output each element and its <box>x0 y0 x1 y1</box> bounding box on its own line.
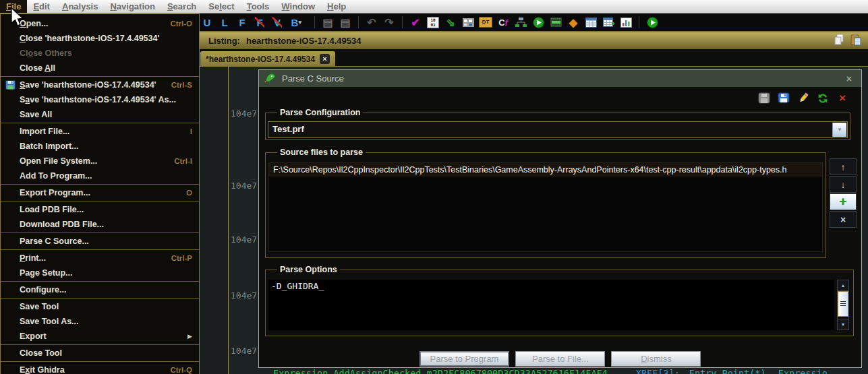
menu-item-parse-c-source[interactable]: Parse C Source... <box>1 234 199 249</box>
memory-icon[interactable] <box>549 15 562 30</box>
move-down-button[interactable]: ↓ <box>830 176 857 193</box>
menubar-item-tools[interactable]: Tools <box>241 0 276 13</box>
chart-icon[interactable] <box>619 15 633 30</box>
add-file-button[interactable]: + <box>830 193 857 210</box>
variable-off-icon[interactable]: V <box>270 15 284 30</box>
menu-item-page-setup[interactable]: Page Setup... <box>1 266 199 280</box>
snapshot-copy-icon[interactable] <box>834 34 844 49</box>
undo-icon[interactable]: ↶ <box>365 15 378 30</box>
move-up-button[interactable]: ↑ <box>830 158 857 175</box>
parse-options-scrollbar[interactable]: ▲ ▼ <box>837 280 849 330</box>
menubar-item-analysis[interactable]: Analysis <box>56 0 104 13</box>
menu-item-open[interactable]: Open...Ctrl-O <box>1 16 199 31</box>
tab-hearthstone[interactable]: *hearthstone-iOS-17.4.49534 × <box>200 51 335 67</box>
bytes-view-icon[interactable]: 1001 <box>426 15 440 30</box>
menu-shortcut: O <box>186 189 192 197</box>
menu-item-import-file[interactable]: Import File...I <box>1 124 199 139</box>
menu-item-load-pdb-file[interactable]: Load PDB File... <box>1 202 199 217</box>
menu-item-export-program[interactable]: Export Program...O <box>1 185 199 200</box>
clone-window-icon[interactable] <box>850 34 861 49</box>
toolbar-separator <box>639 16 639 28</box>
scroll-up-icon[interactable]: ▲ <box>838 280 848 291</box>
menubar-item-help[interactable]: Help <box>321 0 352 13</box>
symbol-tree-icon[interactable] <box>514 15 527 30</box>
parse-options-textarea[interactable]: -D_GHIDRA_ <box>268 280 834 330</box>
save-profile-icon[interactable] <box>757 92 771 104</box>
menu-item-batch-import[interactable]: Batch Import... <box>1 139 199 154</box>
ghidra-window: Listing: hearthstone-iOS-17.4.49534 *hea… <box>0 0 868 374</box>
menu-separator <box>1 361 199 362</box>
source-files-group: Source files to parse F:\Source\Repos\Il… <box>265 148 826 258</box>
menu-item-save-hearthstone-ios-17-4-49534-as[interactable]: Save 'hearthstone-iOS-17.4.49534' As... <box>1 92 199 107</box>
data-type-manager-icon[interactable]: DT <box>479 15 492 30</box>
function-format-icon[interactable]: F <box>235 15 249 30</box>
dialog-close-icon[interactable]: × <box>846 73 852 84</box>
menu-item-label: Batch Import... <box>20 142 192 151</box>
menu-item-save-tool[interactable]: Save Tool <box>1 299 199 314</box>
underline-format-icon[interactable]: U <box>200 15 214 30</box>
save-profile-as-icon[interactable] <box>777 92 790 104</box>
menu-item-configure[interactable]: Configure... <box>1 282 199 297</box>
page-back-icon[interactable]: ▤ <box>321 15 335 30</box>
function-off-icon[interactable]: F <box>253 15 266 30</box>
menu-item-open-file-system[interactable]: Open File System...Ctrl-I <box>1 154 199 168</box>
run-icon[interactable] <box>645 15 659 30</box>
script-manager-icon[interactable] <box>531 15 545 30</box>
menu-item-export[interactable]: Export▶ <box>1 329 199 344</box>
menu-item-label: Close Tool <box>20 348 192 358</box>
menubar-item-navigation[interactable]: Navigation <box>104 0 161 13</box>
byte-format-icon[interactable]: B▾ <box>288 15 308 30</box>
table-add-icon[interactable] <box>602 15 615 30</box>
menu-item-label: Export Program... <box>20 188 178 197</box>
menu-item-label: Parse C Source... <box>20 237 192 246</box>
menu-item-label: Add To Program... <box>20 171 192 181</box>
parse-to-program-button[interactable]: Parse to Program <box>419 351 510 367</box>
delete-profile-icon[interactable]: × <box>836 92 849 104</box>
table-view-icon[interactable] <box>584 15 598 30</box>
scroll-down-icon[interactable]: ▼ <box>838 319 848 330</box>
menu-item-save-all[interactable]: Save All <box>1 107 199 122</box>
clear-profile-icon[interactable] <box>797 92 810 104</box>
menu-separator <box>1 344 199 345</box>
scrollbar-thumb[interactable] <box>838 291 848 317</box>
redo-icon[interactable]: ↷ <box>382 15 396 30</box>
menu-item-save-tool-as[interactable]: Save Tool As... <box>1 314 199 329</box>
page-forward-icon[interactable]: ▤ <box>339 15 352 30</box>
refresh-profile-icon[interactable] <box>816 92 830 104</box>
menubar-item-window[interactable]: Window <box>275 0 321 13</box>
menubar-item-search[interactable]: Search <box>161 0 202 13</box>
source-files-list[interactable]: F:\Source\Repos\Il2CppInspector\Il2CppTe… <box>268 162 823 252</box>
menu-item-close-tool[interactable]: Close Tool <box>1 346 199 361</box>
remove-file-button[interactable]: × <box>830 211 857 228</box>
validate-icon[interactable]: ✔ <box>409 15 422 30</box>
menu-item-print[interactable]: Print...Ctrl-P <box>1 251 199 266</box>
parse-configuration-combobox[interactable]: Test.prf ▼ <box>268 121 848 138</box>
menubar-item-select[interactable]: Select <box>202 0 240 13</box>
menu-item-close-all[interactable]: Close All <box>1 61 199 75</box>
tab-close-icon[interactable]: × <box>320 54 330 64</box>
menu-item-exit-ghidra[interactable]: Exit GhidraCtrl-Q <box>1 363 199 374</box>
xref-label: XREF[3]: <box>636 368 680 374</box>
menu-item-add-to-program[interactable]: Add To Program... <box>1 168 199 183</box>
menu-separator <box>1 232 199 233</box>
menu-item-close-hearthstone-ios-17-4-49534[interactable]: Close 'hearthstone-iOS-17.4.49534' <box>1 31 199 46</box>
dismiss-button[interactable]: Dismiss <box>611 351 701 367</box>
dropdown-caret-icon[interactable]: ▾ <box>298 19 305 26</box>
disassemble-icon[interactable]: ⇘ <box>444 15 457 30</box>
address-label: 104e7 <box>231 108 257 119</box>
listing-code-line: Expression_AddAssignChecked_m2D2FC806780… <box>273 368 828 374</box>
menubar-item-edit[interactable]: Edit <box>27 0 56 13</box>
parse-to-file-button[interactable]: Parse to File... <box>515 351 605 367</box>
c-function-icon[interactable]: Cf <box>496 15 510 30</box>
combo-dropdown-icon[interactable]: ▼ <box>832 123 846 137</box>
bookmark-icon[interactable]: ◆ <box>567 15 580 30</box>
memory-map-icon[interactable] <box>461 15 475 30</box>
menu-item-download-pdb-file[interactable]: Download PDB File... <box>1 217 199 232</box>
menu-item-label: Close 'hearthstone-iOS-17.4.49534' <box>20 34 192 43</box>
mouse-cursor <box>9 7 26 30</box>
dialog-titlebar[interactable]: Parse C Source × <box>259 70 861 87</box>
menu-item-close-others: Close Others <box>1 46 199 61</box>
source-file-row[interactable]: F:\Source\Repos\Il2CppInspector\Il2CppTe… <box>269 163 822 177</box>
label-format-icon[interactable]: L <box>218 15 231 30</box>
menu-item-save-hearthstone-ios-17-4-49534[interactable]: Save 'hearthstone-iOS-17.4.49534'Ctrl-S <box>1 77 199 92</box>
